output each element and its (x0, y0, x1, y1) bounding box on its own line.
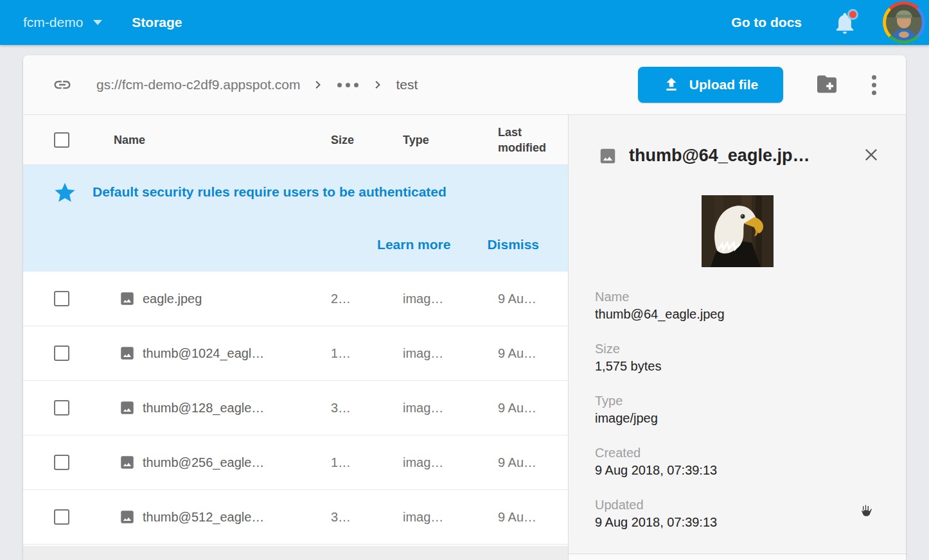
detail-field-name: Name thumb@64_eagle.jpeg (595, 288, 880, 323)
avatar-photo (886, 4, 922, 40)
file-last-modified: 9 Au… (498, 292, 536, 306)
file-type: imag… (403, 455, 443, 470)
image-file-icon (598, 146, 617, 166)
image-file-icon (119, 399, 136, 416)
image-file-icon (119, 454, 136, 471)
close-details-button[interactable] (862, 146, 880, 166)
field-label: Type (595, 392, 880, 410)
row-checkbox[interactable] (54, 291, 69, 306)
detail-field-updated: Updated 9 Aug 2018, 07:39:13 (595, 496, 880, 531)
breadcrumb-current-folder[interactable]: test (396, 77, 418, 92)
header-last-modified: Last modified (498, 125, 557, 155)
detail-field-size: Size 1,575 bytes (595, 340, 880, 375)
upload-file-label: Upload file (689, 77, 758, 92)
link-icon (53, 75, 72, 94)
chevron-right-icon (312, 78, 324, 91)
upload-file-button[interactable]: Upload file (638, 67, 783, 103)
file-last-modified: 9 Au… (498, 455, 536, 470)
detail-field-type: Type image/jpeg (595, 392, 880, 427)
file-last-modified: 9 Au… (498, 346, 536, 361)
row-checkbox[interactable] (54, 455, 69, 470)
folder-plus-icon (815, 74, 838, 94)
file-name: eagle.jpeg (143, 292, 202, 306)
storage-card: gs://fcm-demo-c2df9.appspot.com test Upl… (23, 55, 906, 560)
table-row[interactable]: thumb@128_eagle… 3… imag… 9 Au… (23, 381, 568, 435)
file-name: thumb@128_eagle… (143, 401, 264, 416)
field-value: 1,575 bytes (595, 358, 880, 375)
file-preview-thumbnail (702, 195, 774, 267)
account-avatar[interactable] (883, 1, 925, 44)
file-size: 1… (331, 346, 351, 361)
file-name: thumb@512_eagle… (143, 510, 264, 525)
project-switcher[interactable]: fcm-demo (23, 15, 102, 30)
banner-actions: Learn more Dismiss (377, 237, 539, 252)
caret-down-icon (93, 20, 102, 25)
table-header-row: Name Size Type Last modified (23, 115, 568, 165)
card-content: Name Size Type Last modified Default sec… (23, 115, 906, 560)
field-value: 9 Aug 2018, 07:39:13 (595, 462, 880, 479)
table-row[interactable]: thumb@256_eagle… 1… imag… 9 Au… (23, 435, 568, 490)
field-label: Name (595, 288, 880, 306)
header-size: Size (331, 133, 354, 146)
header-type: Type (403, 133, 429, 146)
table-row[interactable]: thumb@1024_eagl… 1… imag… 9 Au… (23, 326, 568, 381)
field-value: 9 Aug 2018, 07:39:13 (595, 514, 880, 531)
project-name: fcm-demo (23, 15, 83, 30)
field-label: Size (595, 340, 880, 358)
image-file-icon (119, 509, 136, 525)
row-checkbox[interactable] (54, 400, 69, 416)
chevron-right-icon (371, 78, 384, 91)
app-topbar: fcm-demo Storage Go to docs (0, 0, 929, 45)
table-row[interactable]: thumb@512_eagle… 3… imag… 9 Au… (23, 490, 568, 545)
file-size: 3… (331, 401, 351, 416)
overflow-menu-button[interactable] (868, 73, 880, 98)
file-last-modified: 9 Au… (498, 510, 536, 525)
security-rules-banner: Default security rules require users to … (23, 165, 568, 272)
notifications-button[interactable] (834, 10, 856, 35)
breadcrumb-bucket-url[interactable]: gs://fcm-demo-c2df9.appspot.com (96, 77, 300, 92)
details-title: thumb@64_eagle.jp… (629, 146, 862, 166)
file-type: imag… (403, 346, 443, 361)
go-to-docs-link[interactable]: Go to docs (731, 15, 802, 30)
table-footer-strip (23, 546, 568, 560)
details-fields: Name thumb@64_eagle.jpeg Size 1,575 byte… (569, 267, 906, 548)
file-size: 3… (331, 510, 351, 525)
image-file-icon (119, 290, 136, 307)
bucket-toolbar: gs://fcm-demo-c2df9.appspot.com test Upl… (23, 55, 906, 115)
panel-bottom-divider (569, 554, 906, 560)
file-details-panel: thumb@64_eagle.jp… (569, 115, 906, 560)
dismiss-button[interactable]: Dismiss (487, 237, 539, 252)
field-label: Updated (595, 496, 880, 514)
file-type: imag… (403, 401, 443, 416)
file-name: thumb@1024_eagl… (143, 346, 264, 361)
create-folder-button[interactable] (815, 73, 838, 96)
learn-more-button[interactable]: Learn more (377, 237, 450, 252)
file-table: Name Size Type Last modified Default sec… (23, 115, 569, 560)
banner-message: Default security rules require users to … (93, 184, 447, 200)
upload-icon (663, 76, 680, 93)
table-row[interactable]: eagle.jpeg 2… imag… 9 Au… (23, 272, 568, 326)
file-last-modified: 9 Au… (498, 401, 536, 416)
file-size: 2… (331, 292, 351, 306)
detail-field-created: Created 9 Aug 2018, 07:39:13 (595, 444, 880, 479)
star-icon (53, 181, 76, 204)
row-checkbox[interactable] (54, 509, 69, 525)
header-name: Name (114, 133, 145, 146)
image-file-icon (119, 345, 136, 362)
breadcrumb-collapsed-button[interactable] (336, 80, 360, 90)
field-value: thumb@64_eagle.jpeg (595, 306, 880, 323)
close-icon (862, 146, 880, 164)
notification-badge (847, 9, 858, 20)
file-name: thumb@256_eagle… (143, 455, 264, 470)
file-size: 1… (331, 455, 351, 470)
file-type: imag… (403, 292, 443, 306)
select-all-checkbox[interactable] (54, 132, 69, 148)
row-checkbox[interactable] (54, 346, 69, 361)
details-header: thumb@64_eagle.jp… (569, 115, 906, 166)
field-value: image/jpeg (595, 410, 880, 427)
field-label: Created (595, 444, 880, 462)
file-type: imag… (403, 510, 443, 525)
page-title: Storage (132, 15, 182, 30)
